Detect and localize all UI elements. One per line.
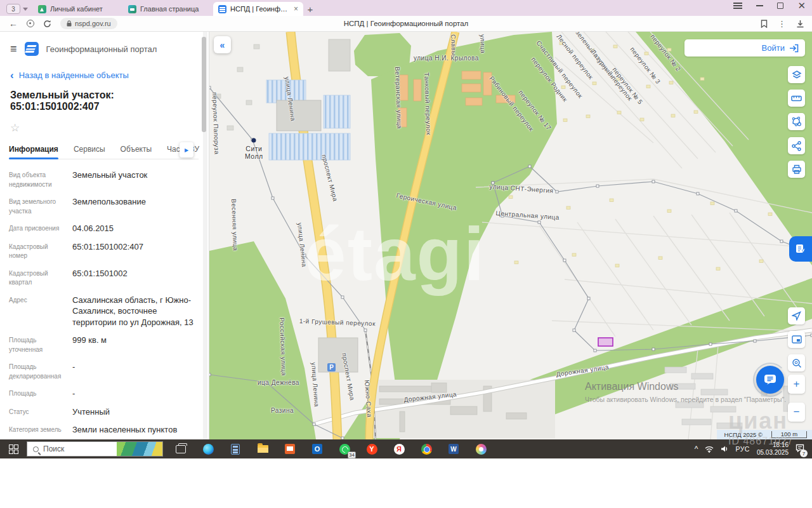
file-explorer-button[interactable] xyxy=(255,441,270,457)
coordinate-search-icon xyxy=(792,358,802,368)
area-measure-button[interactable] xyxy=(788,113,805,130)
yandex-browser-button[interactable]: Y xyxy=(364,441,379,457)
yandex-icon: Я xyxy=(394,444,405,455)
print-icon xyxy=(792,164,802,174)
tab-personal-cabinet[interactable]: Личный кабинет xyxy=(33,2,123,16)
scrollbar-thumb[interactable] xyxy=(202,37,206,132)
layers-button[interactable] xyxy=(788,66,805,83)
field-value: 999 кв. м xyxy=(72,335,107,354)
object-title: Земельный участок: 65:01:1501002:407 xyxy=(10,90,199,112)
info-field-row: Кадастровый номер 65:01:1501002:407 xyxy=(9,241,199,261)
city-mall-label: Сити Молл xyxy=(245,145,263,160)
browser-protect-icon[interactable] xyxy=(27,20,34,27)
edge-button[interactable] xyxy=(200,441,216,457)
sidebar-scrollbar[interactable] xyxy=(203,32,207,439)
geolocate-button[interactable] xyxy=(788,307,805,324)
map-canvas[interactable]: P étagi улица Ленинаулица Ленинаулица Ле… xyxy=(209,32,812,439)
news-widget-thumbnail[interactable] xyxy=(117,441,162,457)
language-indicator[interactable]: РУС xyxy=(735,445,750,453)
word-icon: W xyxy=(449,444,459,454)
tab-objects[interactable]: Объекты xyxy=(121,145,152,154)
print-button[interactable] xyxy=(788,161,805,178)
browser-tabstrip: 3 Личный кабинет Главная страница НСПД |… xyxy=(0,0,812,16)
back-to-results-link[interactable]: ‹ Назад в найденные объекты xyxy=(10,70,199,81)
info-panel: ≡ Геоинформационный портал ‹ Назад в най… xyxy=(0,32,209,439)
panel-collapse-button[interactable]: « xyxy=(214,36,231,53)
hidden-icons-chevron[interactable]: ^ xyxy=(695,444,698,453)
chrome-icon xyxy=(421,444,432,455)
tab-information[interactable]: Информация xyxy=(9,145,58,154)
selected-parcel[interactable] xyxy=(598,338,613,346)
download-icon[interactable] xyxy=(796,20,804,28)
mail-app-button[interactable] xyxy=(282,441,298,457)
tray-clock[interactable]: 18:16 05.03.2025 xyxy=(757,441,789,457)
task-view-button[interactable] xyxy=(173,441,188,457)
tab-main-page[interactable]: Главная страница xyxy=(123,2,213,16)
chat-bubble-icon xyxy=(763,373,777,386)
taskbar: Поиск O 34 Y Я W ^ РУС 18:16 xyxy=(0,439,812,458)
feedback-widget-tab[interactable] xyxy=(789,236,812,262)
speaker-icon[interactable] xyxy=(721,445,728,453)
field-label: Кадастровый квартал xyxy=(9,268,72,288)
tab-services[interactable]: Сервисы xyxy=(74,145,105,154)
minimap-button[interactable] xyxy=(788,331,805,348)
field-value: 65:01:1501002 xyxy=(72,268,128,288)
menu-hamburger-icon[interactable]: ≡ xyxy=(10,43,17,55)
back-chevron-icon: ‹ xyxy=(10,70,14,81)
info-field-row: Площадь - xyxy=(9,388,199,399)
outlook-button[interactable]: O xyxy=(310,441,325,457)
object-fields: Вид объекта недвижимости Земельный участ… xyxy=(9,170,199,439)
info-field-row: Вид земельного участка Землепользование xyxy=(9,196,199,216)
tab-counter[interactable]: 3 xyxy=(6,4,28,14)
restore-button[interactable] xyxy=(777,3,783,9)
login-bar[interactable]: Войти xyxy=(684,39,805,57)
tab-list-chevron-icon[interactable] xyxy=(23,8,28,11)
login-label[interactable]: Войти xyxy=(762,43,785,53)
tray-time: 18:16 xyxy=(757,441,789,450)
coordinate-search-button[interactable] xyxy=(788,354,805,371)
back-icon[interactable]: ← xyxy=(9,19,18,28)
notification-center-button[interactable]: 7 xyxy=(796,443,804,455)
search-icon xyxy=(33,446,39,452)
close-button[interactable]: ✕ xyxy=(797,3,806,9)
whatsapp-button[interactable]: 34 xyxy=(337,441,352,457)
measure-button[interactable] xyxy=(788,90,805,107)
browser-kebab-icon[interactable]: ⋮ xyxy=(778,19,786,29)
system-tray: ^ РУС 18:16 05.03.2025 7 xyxy=(695,441,812,457)
tab-close-icon[interactable]: × xyxy=(294,4,298,13)
address-bar[interactable]: nspd.gov.ru xyxy=(60,18,117,29)
zoom-in-button[interactable]: + xyxy=(788,375,805,394)
tabs-scroll-next-icon[interactable]: ▶ xyxy=(180,142,193,157)
new-tab-button[interactable]: + xyxy=(303,2,317,16)
field-value: 04.06.2015 xyxy=(72,223,114,234)
chat-widget-button[interactable] xyxy=(753,363,787,397)
start-button[interactable] xyxy=(0,439,27,458)
bookmark-icon[interactable] xyxy=(761,20,768,28)
share-button[interactable] xyxy=(788,137,805,154)
info-field-row: Категория земель Земли населенных пункто… xyxy=(9,424,199,436)
field-value: Землепользование xyxy=(72,196,146,216)
taskbar-search-input[interactable]: Поиск xyxy=(27,441,163,457)
minimize-button[interactable] xyxy=(756,5,763,6)
window-controls: ✕ xyxy=(733,3,806,9)
browser-menu-icon[interactable] xyxy=(733,3,742,9)
back-link-label: Назад в найденные объекты xyxy=(19,70,129,80)
calculator-button[interactable] xyxy=(228,441,243,457)
word-button[interactable]: W xyxy=(446,441,461,457)
paint-app-button[interactable] xyxy=(473,441,488,457)
favorite-star-icon[interactable]: ☆ xyxy=(10,121,199,135)
parking-icon: P xyxy=(329,364,334,371)
portal-title: Геоинформационный портал xyxy=(46,44,157,54)
yandex-button[interactable]: Я xyxy=(391,441,407,457)
tab-favicon xyxy=(218,5,226,13)
wifi-icon[interactable] xyxy=(705,446,714,453)
reload-icon[interactable] xyxy=(43,20,51,28)
toolbar-right: ⋮ xyxy=(761,16,804,32)
area-measure-icon xyxy=(791,116,802,127)
field-value: Земельный участок xyxy=(72,170,147,189)
zoom-out-button[interactable]: − xyxy=(788,403,805,422)
tab-count[interactable]: 3 xyxy=(6,4,20,14)
tab-label: Главная страница xyxy=(140,5,208,13)
chrome-button[interactable] xyxy=(419,441,434,457)
tab-nspd-active[interactable]: НСПД | Геоинформац × xyxy=(213,2,303,16)
